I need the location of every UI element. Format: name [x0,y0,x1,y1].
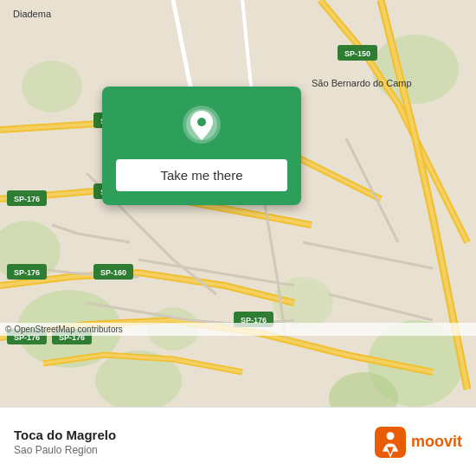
location-title: Toca do Magrelo [14,428,375,442]
svg-text:SP-150: SP-150 [344,49,370,58]
svg-text:São Bernardo do Camp: São Bernardo do Camp [312,78,412,88]
copyright-text: © OpenStreetMap contributors [0,323,476,336]
moovit-icon [375,427,406,458]
svg-text:Diadema: Diadema [13,9,52,19]
moovit-text: moovit [411,433,462,451]
svg-text:SP-176: SP-176 [14,268,40,277]
location-subtitle: Sao Paulo Region [14,444,375,456]
take-me-there-button[interactable]: Take me there [116,159,287,191]
svg-point-9 [22,61,82,113]
bottom-bar: Toca do Magrelo Sao Paulo Region moovit [0,407,476,476]
location-pin-icon [181,104,222,145]
svg-point-8 [372,35,459,104]
svg-text:SP-176: SP-176 [14,195,40,203]
map-container: Diadema São Bernardo do Camp SP-150 SP-1… [0,0,476,407]
svg-point-34 [386,432,394,440]
location-info: Toca do Magrelo Sao Paulo Region [14,428,375,456]
moovit-logo: moovit [375,427,462,458]
map-popup: Take me there [102,87,301,205]
svg-point-32 [197,118,206,126]
svg-text:SP-160: SP-160 [100,268,126,277]
